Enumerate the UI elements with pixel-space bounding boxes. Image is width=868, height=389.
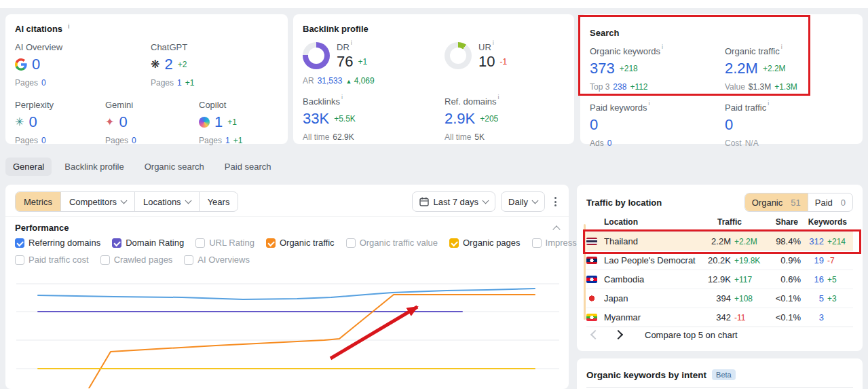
organic-traffic-value[interactable]: 2.2M (725, 60, 758, 77)
ai-overview-label: AI Overview (15, 42, 151, 52)
copilot-metric: Copilot 1 +1 Pages1+1 (199, 100, 278, 145)
japan-flag-icon (586, 295, 597, 302)
location-row-myanmar[interactable]: Myanmar 342 -11 <0.1% 3 (586, 308, 853, 327)
myanmar-flag-icon (586, 314, 597, 321)
backlinks-value[interactable]: 33K (303, 110, 329, 128)
google-icon (15, 58, 27, 71)
up-triangle-icon: ▲ (345, 78, 352, 85)
col-share[interactable]: Share (764, 217, 798, 227)
metric-paid-traffic-cost[interactable]: Paid traffic cost (15, 255, 89, 265)
col-location[interactable]: Location (604, 217, 693, 227)
info-icon[interactable]: i (781, 43, 782, 50)
info-icon[interactable]: i (498, 94, 499, 100)
checkbox[interactable] (15, 255, 24, 265)
metric-url-rating[interactable]: URL Rating (195, 238, 254, 248)
ref-domains-delta: +205 (480, 114, 498, 124)
location-row-thailand[interactable]: Thailand 2.2M +2.2M 98.4% 312 +214 (586, 232, 853, 251)
organic-keywords-delta: +218 (620, 64, 638, 73)
location-row-laos[interactable]: Lao People's Democratic Reput 20.2K +19.… (586, 251, 853, 270)
organic-keywords-label: Organic keywords (590, 46, 660, 56)
checkbox[interactable] (112, 238, 121, 248)
organic-keywords-value[interactable]: 373 (590, 60, 615, 77)
prev-page-button[interactable] (586, 326, 604, 344)
metric-checkbox-list: Referring domains Domain Rating URL Rati… (15, 238, 562, 272)
years-button[interactable]: Years (200, 192, 238, 211)
pages-value[interactable]: 1 (225, 136, 230, 145)
pages-value[interactable]: 0 (132, 136, 136, 145)
locations-dropdown[interactable]: Locations (135, 192, 200, 211)
metric-organic-traffic[interactable]: Organic traffic (266, 238, 335, 248)
location-row-japan[interactable]: Japan 394 +108 <0.1% 5 +3 (586, 289, 853, 308)
backlinks-label: Backlinks (303, 96, 340, 107)
paid-segment[interactable]: Paid0 (808, 193, 852, 211)
calendar-icon (419, 197, 429, 206)
paid-traffic-value[interactable]: 0 (725, 116, 733, 134)
info-icon[interactable]: i (341, 94, 343, 100)
checkbox[interactable] (195, 238, 205, 248)
ur-value: 10 (478, 53, 495, 71)
info-icon[interactable]: i (351, 39, 352, 46)
metric-referring-domains[interactable]: Referring domains (15, 238, 100, 248)
organic-count: 51 (791, 198, 800, 208)
info-icon[interactable]: i (68, 23, 70, 30)
checkbox[interactable] (532, 238, 542, 248)
competitors-dropdown[interactable]: Competitors (61, 192, 135, 211)
checkbox[interactable] (449, 238, 459, 248)
metric-organic-pages[interactable]: Organic pages (449, 238, 521, 248)
gemini-metric: Gemini ✦ 0 Pages0 (105, 100, 199, 145)
info-icon[interactable]: i (649, 100, 650, 107)
tab-backlink-profile[interactable]: Backlink profile (57, 158, 131, 176)
paid-traffic-label: Paid traffic (725, 103, 766, 113)
tab-organic-search[interactable]: Organic search (137, 158, 212, 176)
pages-value[interactable]: 1 (177, 78, 182, 88)
traffic-by-location-title: Traffic by location (586, 198, 744, 208)
kebab-menu-icon[interactable] (550, 191, 561, 212)
ur-delta: -1 (499, 57, 507, 67)
ref-domains-value[interactable]: 2.9K (445, 110, 475, 128)
info-icon[interactable]: i (768, 100, 769, 107)
info-icon[interactable]: i (493, 39, 494, 46)
next-page-button[interactable] (609, 326, 627, 344)
intent-card: Organic keywords by intent Beta (577, 358, 863, 389)
date-range-dropdown[interactable]: Last 7 days (412, 191, 496, 212)
location-row-cambodia[interactable]: Cambodia 12.9K +117 0.6% 16 +5 (586, 270, 853, 289)
col-keywords[interactable]: Keywords (798, 217, 847, 227)
tab-general[interactable]: General (5, 158, 52, 176)
backlinks-metric: Backlinksi 33K +5.5K All time62.9K (303, 96, 445, 142)
checkbox[interactable] (15, 238, 24, 248)
tab-paid-search[interactable]: Paid search (217, 158, 279, 176)
metric-crawled-pages[interactable]: Crawled pages (100, 255, 173, 265)
compare-top5-link[interactable]: Compare top 5 on chart (645, 330, 738, 340)
ar-value[interactable]: 31,533 (318, 76, 343, 86)
organic-traffic-delta: +2.2M (763, 64, 786, 73)
col-traffic[interactable]: Traffic (693, 217, 742, 227)
metric-organic-traffic-value[interactable]: Organic traffic value (346, 238, 438, 248)
performance-chart[interactable] (12, 267, 562, 389)
metric-ai-overviews[interactable]: AI Overviews (184, 255, 250, 265)
dr-label: DR (337, 42, 350, 52)
thailand-flag-icon (586, 238, 597, 245)
dr-delta: +1 (358, 57, 367, 67)
ads-value[interactable]: 0 (607, 138, 612, 148)
metrics-button[interactable]: Metrics (16, 192, 61, 211)
organic-segment[interactable]: Organic51 (745, 193, 808, 211)
paid-traffic-metric: Paid traffici 0 CostN/A (725, 103, 853, 148)
ai-citations-card: AI citationsi AI Overview 0 Pages0 ChatG… (5, 14, 288, 144)
pages-delta: +1 (185, 78, 195, 88)
checkbox[interactable] (184, 255, 193, 265)
checkbox[interactable] (100, 255, 110, 265)
granularity-dropdown[interactable]: Daily (501, 191, 545, 212)
perplexity-label: Perplexity (15, 100, 105, 110)
collapse-chevron-icon[interactable] (552, 225, 560, 233)
paid-keywords-value[interactable]: 0 (590, 116, 598, 134)
checkbox[interactable] (266, 238, 276, 248)
info-icon[interactable]: i (662, 43, 663, 50)
metric-domain-rating[interactable]: Domain Rating (112, 238, 184, 248)
pages-value[interactable]: 0 (41, 78, 46, 88)
pages-label: Pages (15, 78, 38, 88)
top3-value[interactable]: 238 (613, 82, 626, 92)
pages-value[interactable]: 0 (41, 136, 46, 145)
checkbox[interactable] (346, 238, 356, 248)
ref-domains-metric: Ref. domainsi 2.9K +205 All time5K (445, 96, 565, 142)
alltime-value: 62.9K (333, 132, 354, 142)
